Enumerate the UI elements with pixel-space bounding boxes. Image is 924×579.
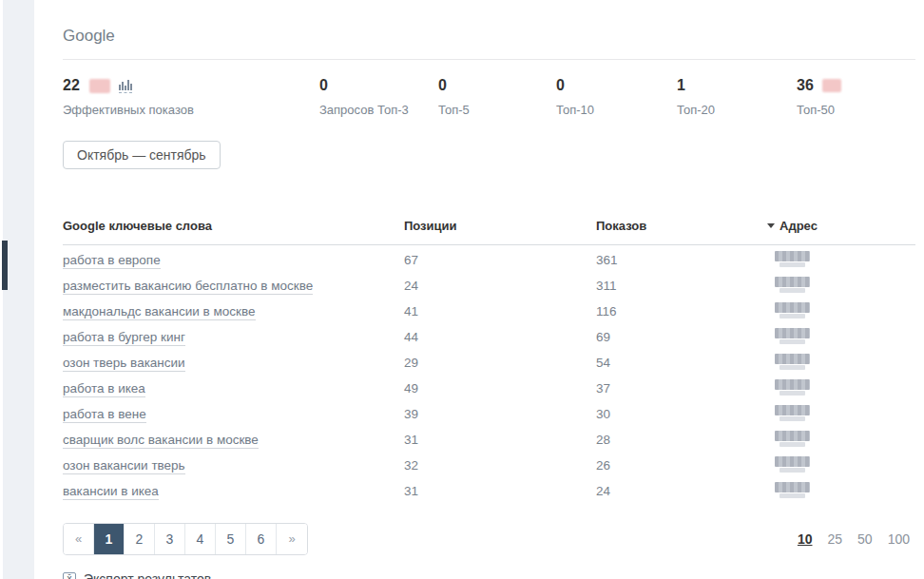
export-results-label: Экспорт результатов	[84, 571, 211, 579]
table-row: работа в бургер кинг4469	[63, 324, 915, 350]
address-redacted	[775, 251, 810, 267]
keyword-link[interactable]: разместить вакансию бесплатно в москве	[63, 279, 313, 295]
redacted-badge	[89, 79, 110, 93]
title-divider	[63, 59, 915, 60]
keyword-link[interactable]: работа в икеа	[63, 381, 145, 397]
pagination-next[interactable]: »	[277, 524, 307, 554]
period-selector-button[interactable]: Октябрь — сентябрь	[63, 141, 221, 169]
stats-row: 22Эффективных показов0Запросов Топ-30Топ…	[63, 78, 915, 117]
keyword-link[interactable]: вакансии в икеа	[63, 484, 159, 500]
address-redacted	[775, 456, 810, 473]
keyword-link[interactable]: макдональдс вакансии в москве	[63, 304, 256, 320]
table-body: работа в европе67361разместить вакансию …	[63, 245, 915, 504]
stat-block: 0Топ-5	[438, 78, 556, 117]
per-page-option-50[interactable]: 50	[857, 531, 873, 547]
stat-value: 1	[677, 78, 685, 93]
position-cell: 24	[404, 279, 596, 293]
stat-block: 36Топ-50	[797, 78, 841, 117]
keyword-link[interactable]: работа в европе	[63, 253, 161, 269]
position-cell: 67	[404, 253, 596, 267]
stat-value: 22	[63, 78, 80, 93]
impressions-cell: 30	[596, 407, 767, 421]
impressions-cell: 54	[596, 356, 767, 370]
stat-block: 22Эффективных показов	[63, 78, 319, 117]
export-results-link[interactable]: x̄ Экспорт результатов	[63, 571, 211, 579]
pagination-page-3[interactable]: 3	[155, 524, 185, 554]
position-cell: 44	[404, 330, 596, 344]
pagination: «123456»	[63, 523, 308, 555]
header-address[interactable]: Адрес	[767, 219, 915, 233]
header-impressions[interactable]: Показов	[596, 219, 767, 233]
stat-value: 0	[319, 78, 328, 93]
stat-label: Запросов Топ-3	[319, 103, 438, 117]
position-cell: 29	[404, 356, 596, 370]
position-cell: 31	[404, 484, 596, 498]
stat-value: 0	[438, 78, 447, 93]
keywords-table: Google ключевые слова Позиции Показов Ад…	[63, 219, 915, 504]
stat-label: Топ-10	[556, 103, 677, 117]
impressions-chart-link[interactable]	[119, 78, 132, 93]
impressions-cell: 116	[596, 304, 767, 318]
sort-desc-icon	[767, 223, 775, 228]
pagination-page-4[interactable]: 4	[185, 524, 216, 554]
position-cell: 39	[404, 407, 596, 421]
redacted-badge	[822, 79, 841, 92]
table-row: вакансии в икеа3124	[63, 478, 915, 504]
per-page-option-25[interactable]: 25	[827, 531, 842, 547]
stat-block: 1Топ-20	[677, 78, 797, 117]
table-header-row: Google ключевые слова Позиции Показов Ад…	[63, 219, 915, 245]
stat-block: 0Запросов Топ-3	[319, 78, 438, 117]
keyword-link[interactable]: озон вакансии тверь	[63, 458, 185, 474]
table-row: озон тверь вакансии2954	[63, 350, 915, 376]
stat-label: Топ-20	[677, 103, 797, 117]
impressions-cell: 311	[596, 279, 767, 293]
table-row: макдональдс вакансии в москве41116	[63, 299, 915, 324]
header-keywords[interactable]: Google ключевые слова	[63, 219, 404, 233]
impressions-cell: 37	[596, 381, 767, 396]
impressions-cell: 26	[596, 458, 767, 473]
address-redacted	[775, 482, 810, 498]
excel-export-icon: x̄	[63, 572, 76, 579]
impressions-cell: 24	[596, 484, 767, 498]
position-cell: 31	[404, 433, 596, 447]
sidebar-scroll-indicator	[2, 241, 8, 290]
main-content: Google 22Эффективных показов0Запросов То…	[63, 0, 915, 579]
pagination-prev[interactable]: «	[64, 524, 94, 554]
address-redacted	[775, 379, 810, 396]
per-page-selector: 102550100	[798, 531, 915, 547]
address-redacted	[775, 277, 810, 293]
stat-label: Топ-50	[797, 103, 841, 117]
table-row: работа в европе67361	[63, 247, 915, 273]
stat-block: 0Топ-10	[556, 78, 677, 117]
header-positions[interactable]: Позиции	[404, 219, 596, 233]
table-row: работа в икеа4937	[63, 376, 915, 401]
header-address-label: Адрес	[780, 219, 818, 233]
pagination-page-6[interactable]: 6	[246, 524, 277, 554]
keyword-link[interactable]: работа в бургер кинг	[63, 330, 185, 346]
bar-chart-icon	[119, 78, 132, 90]
address-redacted	[775, 405, 810, 421]
position-cell: 32	[404, 458, 596, 473]
address-redacted	[775, 431, 810, 447]
per-page-option-10[interactable]: 10	[798, 531, 813, 547]
keyword-link[interactable]: сварщик волс вакансии в москве	[63, 433, 259, 449]
address-redacted	[775, 328, 810, 344]
stat-value: 0	[556, 78, 565, 93]
serp-positions-page: Google 22Эффективных показов0Запросов То…	[0, 0, 924, 579]
position-cell: 49	[404, 381, 596, 396]
table-row: озон вакансии тверь3226	[63, 453, 915, 478]
page-title: Google	[63, 28, 915, 45]
pagination-page-5[interactable]: 5	[216, 524, 246, 554]
keyword-link[interactable]: работа в вене	[63, 407, 146, 423]
impressions-cell: 361	[596, 253, 767, 267]
pagination-page-2[interactable]: 2	[125, 524, 155, 554]
stat-label: Топ-5	[438, 103, 556, 117]
pagination-page-1[interactable]: 1	[94, 524, 125, 554]
keyword-link[interactable]: озон тверь вакансии	[63, 356, 185, 372]
impressions-cell: 69	[596, 330, 767, 344]
per-page-option-100[interactable]: 100	[888, 531, 910, 547]
table-row: разместить вакансию бесплатно в москве24…	[63, 273, 915, 299]
table-footer: «123456» 102550100	[63, 523, 915, 555]
table-row: сварщик волс вакансии в москве3128	[63, 427, 915, 453]
address-redacted	[775, 302, 810, 318]
